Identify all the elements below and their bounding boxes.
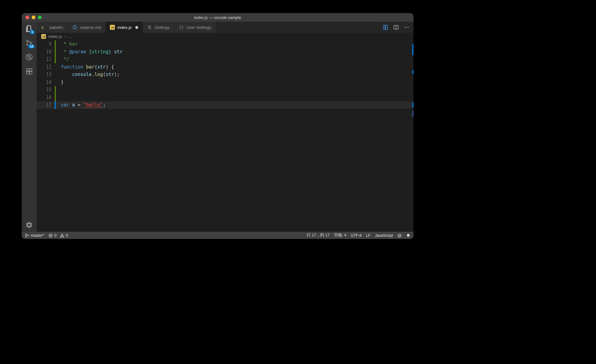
code-line[interactable]: 14}	[37, 79, 413, 86]
line-number: 12	[37, 64, 55, 70]
tab-label: index.js	[117, 25, 132, 30]
svg-point-2	[30, 42, 32, 44]
status-cursor[interactable]: 行 17，列 17	[307, 233, 330, 238]
tab-label: readme.md	[80, 25, 101, 30]
editor-actions	[379, 22, 413, 33]
line-number: 9	[37, 41, 55, 47]
more-actions-icon[interactable]	[404, 24, 410, 30]
line-number: 13	[37, 72, 55, 77]
code-content: * bar	[61, 41, 78, 47]
code-line[interactable]: 13 console.log(str);	[37, 71, 413, 79]
app-window: index.js — vscode-sample 1 13	[22, 13, 413, 239]
explorer-badge: 1	[30, 30, 35, 34]
code-line[interactable]: 17var a = "hello";	[37, 101, 413, 109]
line-number: 15	[37, 87, 55, 92]
breadcrumb-file: index.js	[48, 34, 62, 39]
debug-disabled-icon[interactable]	[25, 53, 34, 61]
code-content: console.log(str);	[61, 72, 120, 77]
line-number: 11	[37, 56, 55, 62]
svg-point-25	[408, 27, 409, 28]
editor-group: b.babelrcreadme.mdJSindex.jsSettings{}Us…	[37, 22, 413, 232]
svg-point-12	[74, 26, 75, 27]
svg-point-24	[406, 27, 407, 28]
babel-icon: b	[41, 25, 46, 30]
svg-point-23	[404, 27, 405, 28]
code-line[interactable]: 10 * @param {string} str	[37, 48, 413, 56]
overview-ruler	[410, 40, 413, 232]
tab-readme-md[interactable]: readme.md	[68, 22, 106, 33]
svg-point-0	[27, 40, 28, 42]
svg-point-35	[399, 235, 399, 235]
code-content: var a = "hello";	[61, 102, 106, 108]
tab-label: User Settings	[186, 25, 211, 30]
status-encoding[interactable]: UTF-8	[351, 233, 362, 238]
status-language[interactable]: JavaScript	[375, 233, 393, 238]
tab-label: Settings	[155, 25, 170, 30]
code-content: }	[61, 79, 64, 85]
activitybar: 1 13	[22, 22, 37, 232]
line-number: 10	[37, 49, 55, 55]
breadcrumb[interactable]: JS index.js › ...	[37, 33, 413, 40]
svg-text:{}: {}	[179, 25, 183, 29]
statusbar: master* 0 0 行 17，列 17 空格: 4 UTF-8 LF Jav…	[22, 232, 413, 239]
code-line[interactable]: 15	[37, 86, 413, 94]
svg-rect-5	[26, 69, 29, 71]
tab--babelrc[interactable]: b.babelrc	[37, 22, 68, 33]
tab-user-settings[interactable]: {}User Settings	[174, 22, 216, 33]
svg-point-29	[25, 236, 26, 237]
status-branch[interactable]: master*	[25, 233, 44, 238]
svg-point-33	[62, 236, 62, 236]
gutter-marker	[55, 48, 56, 56]
code-line[interactable]: 12function bar(str) {	[37, 63, 413, 71]
lines-icon	[147, 25, 152, 30]
split-editor-icon[interactable]	[393, 24, 399, 30]
gutter-marker	[55, 79, 56, 86]
compare-changes-icon[interactable]	[382, 24, 389, 30]
svg-point-30	[28, 235, 29, 236]
window-controls	[22, 16, 42, 19]
maximize-window-button[interactable]	[38, 16, 42, 19]
status-feedback-icon[interactable]	[397, 233, 402, 238]
status-bell-icon[interactable]	[406, 233, 410, 238]
window-title: index.js — vscode-sample	[22, 15, 413, 20]
source-control-icon[interactable]: 13	[25, 38, 34, 47]
code-content: * @param {string} str	[61, 49, 123, 55]
code-editor[interactable]: 9 * bar10 * @param {string} str11 */12fu…	[37, 40, 413, 232]
workbench-body: 1 13 b	[22, 22, 413, 232]
svg-rect-7	[26, 72, 29, 74]
breadcrumb-rest: ...	[68, 34, 72, 39]
code-line[interactable]: 11 */	[37, 56, 413, 63]
svg-text:b: b	[42, 25, 44, 30]
code-line[interactable]: 16	[37, 94, 413, 101]
chevron-right-icon: ›	[65, 34, 66, 39]
dirty-indicator-icon	[135, 26, 138, 29]
gutter-marker	[55, 101, 56, 109]
gutter-marker	[55, 86, 56, 94]
svg-point-28	[25, 234, 26, 235]
tab-settings[interactable]: Settings	[143, 22, 174, 33]
gutter-marker	[55, 40, 56, 48]
svg-text:JS: JS	[111, 26, 114, 29]
settings-gear-icon[interactable]	[25, 221, 34, 229]
status-problems[interactable]: 0 0	[48, 233, 68, 238]
gutter-marker	[55, 94, 56, 101]
gutter-marker	[55, 63, 56, 71]
line-number: 14	[37, 79, 55, 85]
js-icon: JS	[110, 25, 115, 30]
close-window-button[interactable]	[25, 16, 29, 19]
tab-index-js[interactable]: JSindex.js	[106, 22, 143, 33]
status-indent[interactable]: 空格: 4	[334, 233, 346, 238]
explorer-icon[interactable]: 1	[25, 24, 34, 33]
status-eol[interactable]: LF	[366, 233, 371, 238]
svg-point-36	[400, 235, 400, 235]
svg-point-34	[398, 234, 401, 237]
line-number: 17	[37, 102, 55, 108]
info-icon	[72, 25, 77, 30]
svg-rect-6	[29, 69, 32, 71]
js-file-icon: JS	[41, 34, 46, 39]
code-line[interactable]: 9 * bar	[37, 40, 413, 48]
svg-rect-8	[29, 72, 32, 74]
minimize-window-button[interactable]	[32, 16, 35, 19]
svg-text:JS: JS	[42, 35, 45, 38]
extensions-icon[interactable]	[25, 67, 34, 76]
